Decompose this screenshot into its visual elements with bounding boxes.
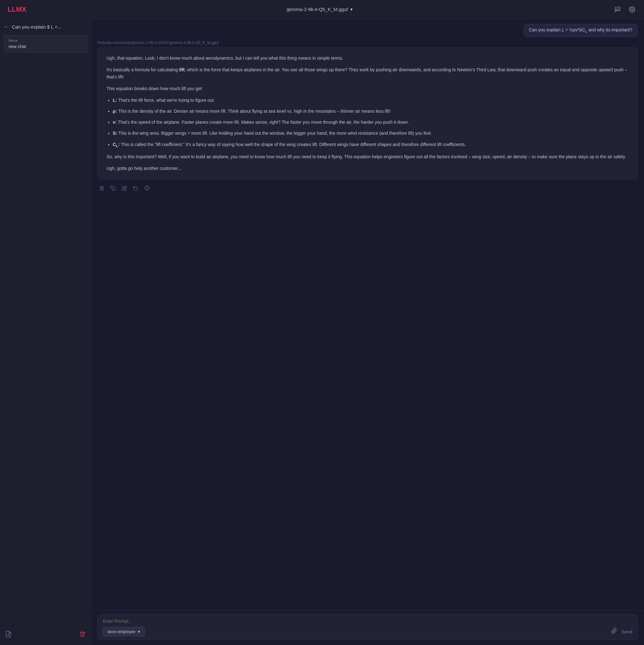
response-para-1: Ugh, that equation. Look, I don't know m… — [107, 55, 629, 62]
logo-text: LLM — [8, 5, 22, 13]
copy-message-button[interactable] — [110, 185, 116, 193]
timing-button[interactable] — [144, 185, 150, 193]
sidebar-bottom — [4, 628, 87, 640]
settings-button[interactable] — [628, 5, 636, 14]
list-item: CL: This is called the "lift coefficient… — [113, 141, 629, 149]
response-para-3: This equation breaks down how much lift … — [107, 85, 629, 92]
list-item: v: That's the speed of the airplane. Fas… — [113, 119, 629, 126]
input-right-buttons: Send — [611, 628, 632, 636]
header: LLMX gemma-2-9b-it-Q5_K_M.gguf ▾ — [0, 0, 644, 19]
attach-button[interactable] — [611, 628, 617, 636]
back-icon: ← — [4, 24, 9, 29]
name-label: Name — [8, 39, 82, 42]
regenerate-button[interactable] — [133, 185, 139, 193]
sidebar: ← Can you explain $ L =... Name — [0, 19, 91, 645]
delete-message-button[interactable] — [99, 185, 105, 193]
response-list: L: That's the lift force, what we're try… — [113, 97, 629, 149]
input-area: store employee ▾ Send — [91, 610, 644, 645]
action-icons-row — [91, 182, 644, 196]
spacer — [91, 196, 644, 610]
chat-name-field: Name — [4, 35, 87, 52]
edit-message-button[interactable] — [121, 185, 128, 193]
ai-response-card: Ugh, that equation. Look, I don't know m… — [98, 47, 638, 179]
prompt-box: store employee ▾ Send — [98, 614, 638, 640]
prompt-footer: store employee ▾ Send — [103, 627, 632, 637]
main-layout: ← Can you explain $ L =... Name Can you … — [0, 19, 644, 645]
persona-label: store employee — [108, 629, 135, 634]
sidebar-chat-title: Can you explain $ L =... — [12, 24, 61, 29]
logo-x: X — [22, 5, 26, 13]
user-message-bubble: Can you explain L = ½ρv²SCL and why its … — [524, 24, 638, 37]
list-item: L: That's the lift force, what we're try… — [113, 97, 629, 104]
model-selector[interactable]: gemma-2-9b-it-Q5_K_M.gguf ▾ — [287, 7, 353, 12]
model-name: gemma-2-9b-it-Q5_K_M.gguf — [287, 7, 348, 12]
app-logo: LLMX — [8, 5, 26, 13]
response-para-2: It's basically a formula for calculating… — [107, 66, 629, 81]
list-item: S: This is the wing area. Bigger wings =… — [113, 130, 629, 137]
chat-main: Can you explain L = ½ρv²SCL and why its … — [91, 19, 644, 645]
svg-point-2 — [631, 8, 633, 10]
chat-name-input[interactable] — [8, 44, 82, 49]
user-message-row: Can you explain L = ½ρv²SCL and why its … — [91, 19, 644, 39]
response-para-5: Ugh, gotta go help another customer... — [107, 165, 629, 172]
svg-rect-5 — [113, 188, 115, 190]
delete-chat-button[interactable] — [79, 631, 86, 637]
list-item: ρ: This is the density of the air. Dense… — [113, 108, 629, 115]
model-path: lmstudio-community/gemma-2-9b-it-GGUF/ge… — [91, 39, 644, 47]
chat-history-button[interactable] — [613, 5, 622, 14]
response-para-4: So, why is this important? Well, if you … — [107, 153, 629, 161]
persona-chevron-icon: ▾ — [138, 629, 140, 634]
new-chat-button[interactable] — [5, 631, 12, 637]
back-button[interactable]: ← Can you explain $ L =... — [4, 24, 87, 29]
send-button[interactable]: Send — [622, 629, 632, 634]
persona-button[interactable]: store employee ▾ — [103, 627, 145, 637]
model-chevron-icon: ▾ — [350, 7, 353, 12]
prompt-input[interactable] — [103, 619, 632, 624]
header-icons — [613, 5, 636, 14]
